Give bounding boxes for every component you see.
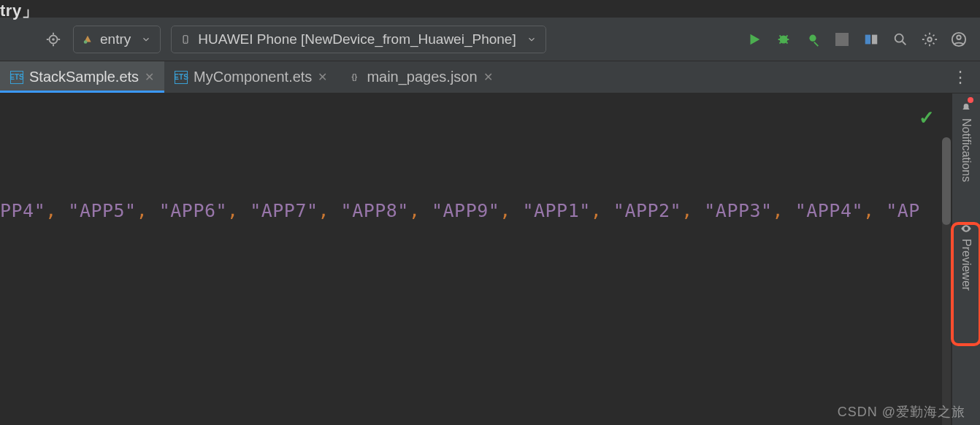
right-tool-strip: Notifications Previewer xyxy=(952,93,980,425)
run-button[interactable] xyxy=(745,30,764,49)
json-file-icon: {} xyxy=(348,71,361,84)
phone-icon xyxy=(180,34,191,45)
module-label: entry xyxy=(100,31,131,47)
editor-tab-bar: ETSStackSample.ets✕ETSMyComponent.ets✕{}… xyxy=(0,61,980,93)
tab-overflow-button[interactable]: ⋮ xyxy=(941,61,980,93)
scrollbar-thumb[interactable] xyxy=(942,137,951,225)
close-icon[interactable]: ✕ xyxy=(145,70,154,84)
module-selector[interactable]: entry xyxy=(73,26,161,53)
eye-icon xyxy=(960,223,972,234)
debug-button[interactable] xyxy=(774,30,793,49)
svg-point-7 xyxy=(809,34,816,41)
svg-point-3 xyxy=(84,40,88,44)
svg-point-5 xyxy=(185,41,186,42)
tab-stacksample-ets[interactable]: ETSStackSample.ets✕ xyxy=(0,61,164,93)
chevron-down-icon xyxy=(527,34,537,45)
close-icon[interactable]: ✕ xyxy=(318,70,327,84)
svg-point-13 xyxy=(957,35,961,39)
settings-icon[interactable] xyxy=(920,30,939,49)
notifications-button[interactable]: Notifications xyxy=(960,98,973,186)
svg-rect-9 xyxy=(872,34,877,44)
device-selector[interactable]: HUAWEI Phone [NewDevice_from_Huawei_Phon… xyxy=(171,26,545,53)
search-icon[interactable] xyxy=(891,30,910,49)
main-toolbar: entry HUAWEI Phone [NewDevice_from_Huawe… xyxy=(0,18,980,61)
layout-button[interactable] xyxy=(862,30,881,49)
profile-button[interactable] xyxy=(803,30,822,49)
tab-mycomponent-ets[interactable]: ETSMyComponent.ets✕ xyxy=(164,61,337,93)
code-editor[interactable]: ✓ PP4", "APP5", "APP6", "APP7", "APP8", … xyxy=(0,93,952,425)
ets-file-icon: ETS xyxy=(10,71,23,84)
svg-rect-8 xyxy=(865,34,870,44)
tab-label: MyComponent.ets xyxy=(194,69,312,85)
stop-button[interactable] xyxy=(832,30,851,49)
tab-label: StackSample.ets xyxy=(29,69,139,85)
target-icon[interactable] xyxy=(44,30,63,49)
svg-point-1 xyxy=(52,38,55,41)
tab-label: main_pages.json xyxy=(367,69,477,85)
bell-icon xyxy=(960,102,972,114)
vertical-scrollbar[interactable] xyxy=(942,137,951,425)
breadcrumb-fragment: try」 xyxy=(0,0,980,18)
chevron-down-icon xyxy=(141,34,151,45)
device-label: HUAWEI Phone [NewDevice_from_Huawei_Phon… xyxy=(198,31,516,47)
module-icon xyxy=(83,34,93,45)
tab-main_pages-json[interactable]: {}main_pages.json✕ xyxy=(337,61,502,93)
code-line: PP4", "APP5", "APP6", "APP7", "APP8", "A… xyxy=(0,200,920,221)
svg-point-10 xyxy=(895,34,903,42)
stop-icon xyxy=(835,33,849,46)
watermark: CSDN @爱勤海之旅 xyxy=(838,403,965,421)
analysis-ok-icon: ✓ xyxy=(919,107,935,129)
svg-point-11 xyxy=(927,37,932,42)
close-icon[interactable]: ✕ xyxy=(483,70,493,84)
ets-file-icon: ETS xyxy=(175,71,188,84)
account-icon[interactable] xyxy=(949,30,968,49)
previewer-button[interactable]: Previewer xyxy=(960,218,973,295)
